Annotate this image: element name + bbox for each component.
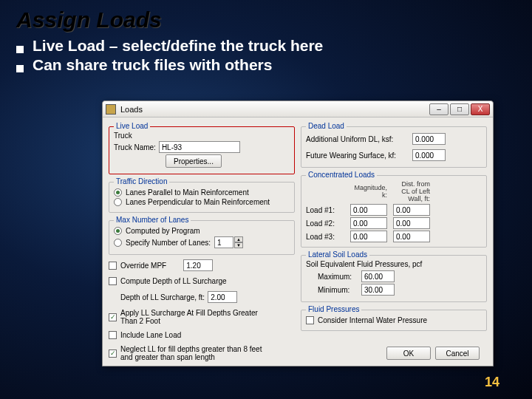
spinner-down-icon[interactable]: ▼ xyxy=(234,242,243,248)
properties-button[interactable]: Properties... xyxy=(166,154,222,168)
bullet-list: Live Load – select/define the truck here… xyxy=(16,37,532,74)
check-label: Consider Internal Water Pressure xyxy=(318,316,427,324)
magnitude-header: Magnitude, k: xyxy=(350,184,387,199)
radio-label: Specify Number of Lanes: xyxy=(126,239,211,247)
bullet-icon xyxy=(16,65,24,72)
apply-surcharge-check[interactable]: Apply LL Surcharge At Fill Depths Greate… xyxy=(109,309,295,325)
specify-lanes-radio[interactable]: Specify Number of Lanes: ▲▼ xyxy=(114,236,290,248)
addl-dl-label: Additional Uniform DL, ksf: xyxy=(306,135,409,143)
max-lanes-group: Max Number of Lanes Computed by Program … xyxy=(109,220,295,255)
bullet-icon xyxy=(16,46,24,53)
load1-label: Load #1: xyxy=(306,206,344,214)
radio-icon xyxy=(114,239,122,247)
titlebar[interactable]: Loads – □ X xyxy=(103,101,493,117)
computed-by-program-radio[interactable]: Computed by Program xyxy=(114,227,290,235)
compute-depth-check[interactable]: Compute Depth of LL Surcharge xyxy=(109,277,295,285)
lanes-spinner[interactable]: ▲▼ xyxy=(214,236,243,248)
radio-icon xyxy=(114,227,122,235)
truck-label: Truck xyxy=(114,132,290,140)
radio-label: Lanes Parallel to Main Reinforcement xyxy=(126,188,249,197)
checkbox-icon xyxy=(109,277,117,285)
spinner-up-icon[interactable]: ▲ xyxy=(234,236,243,242)
lanes-perpendicular-radio[interactable]: Lanes Perpendicular to Main Reinforcemen… xyxy=(114,198,290,206)
traffic-direction-group: Traffic Direction Lanes Parallel to Main… xyxy=(109,182,295,213)
cancel-button[interactable]: Cancel xyxy=(435,347,480,360)
close-button[interactable]: X xyxy=(471,103,490,115)
concentrated-loads-group: Concentrated Loads Magnitude, k: Dist. f… xyxy=(301,175,487,248)
distance-header: Dist. from CL of Left Wall, ft: xyxy=(393,180,430,202)
neglect-ll-check[interactable]: Neglect LL for fill depths greater than … xyxy=(109,345,295,361)
load1-dist-input[interactable] xyxy=(393,204,430,216)
bullet-text: Can share truck files with others xyxy=(33,56,272,74)
group-legend: Live Load xyxy=(114,122,150,130)
consider-water-check[interactable]: Consider Internal Water Pressure xyxy=(306,316,482,324)
checkbox-icon xyxy=(109,262,117,270)
bullet-item: Can share truck files with others xyxy=(16,56,532,74)
group-legend: Dead Load xyxy=(306,122,347,130)
lanes-parallel-radio[interactable]: Lanes Parallel to Main Reinforcement xyxy=(114,188,290,197)
override-mpf-check[interactable]: Override MPF xyxy=(109,259,295,271)
check-label: Override MPF xyxy=(120,262,166,270)
soil-sublabel: Soil Equivalent Fluid Pressures, pcf xyxy=(306,260,482,268)
group-legend: Lateral Soil Loads xyxy=(306,250,369,259)
right-column: Dead Load Additional Uniform DL, ksf: Fu… xyxy=(301,122,487,364)
live-load-group: Live Load Truck Truck Name: Properties..… xyxy=(109,126,295,174)
soil-max-label: Maximum: xyxy=(318,273,358,281)
load3-mag-input[interactable] xyxy=(350,231,387,242)
lanes-input[interactable] xyxy=(214,236,233,248)
radio-label: Computed by Program xyxy=(126,227,200,235)
window-title: Loads xyxy=(120,105,429,114)
dead-load-group: Dead Load Additional Uniform DL, ksf: Fu… xyxy=(301,126,487,168)
truck-name-label: Truck Name: xyxy=(114,143,156,151)
depth-label: Depth of LL Surcharge, ft: xyxy=(120,293,205,301)
soil-max-input[interactable] xyxy=(361,270,395,282)
loads-dialog: Loads – □ X Live Load Truck Truck Name: … xyxy=(102,100,494,366)
page-number: 14 xyxy=(485,375,499,390)
mpf-input[interactable] xyxy=(183,259,213,271)
load3-dist-input[interactable] xyxy=(393,231,430,242)
bullet-item: Live Load – select/define the truck here xyxy=(16,37,532,55)
load2-dist-input[interactable] xyxy=(393,217,430,229)
soil-min-label: Minimum: xyxy=(318,286,358,294)
group-legend: Max Number of Lanes xyxy=(114,216,191,224)
group-legend: Traffic Direction xyxy=(114,177,169,185)
maximize-button[interactable]: □ xyxy=(450,103,469,115)
radio-label: Lanes Perpendicular to Main Reinforcemen… xyxy=(126,198,270,206)
check-label: Neglect LL for fill depths greater than … xyxy=(120,345,276,361)
slide-title: Assign Loads xyxy=(16,7,532,33)
check-label: Include Lane Load xyxy=(120,331,181,339)
depth-input[interactable] xyxy=(208,291,237,303)
include-lane-load-check[interactable]: Include Lane Load xyxy=(109,331,295,339)
load2-mag-input[interactable] xyxy=(350,217,387,229)
check-label: Apply LL Surcharge At Fill Depths Greate… xyxy=(120,309,268,325)
app-icon xyxy=(106,104,116,115)
minimize-button[interactable]: – xyxy=(429,103,449,115)
load1-mag-input[interactable] xyxy=(350,204,387,216)
lateral-soil-group: Lateral Soil Loads Soil Equivalent Fluid… xyxy=(301,255,487,302)
checkbox-icon xyxy=(109,349,117,358)
fws-label: Future Wearing Surface, kf: xyxy=(306,151,409,160)
checkbox-icon xyxy=(109,313,117,321)
left-column: Live Load Truck Truck Name: Properties..… xyxy=(109,122,295,364)
soil-min-input[interactable] xyxy=(361,284,395,296)
truck-name-input[interactable] xyxy=(159,141,240,153)
checkbox-icon xyxy=(109,331,117,339)
fws-input[interactable] xyxy=(412,149,446,161)
bullet-text: Live Load – select/define the truck here xyxy=(33,37,323,55)
group-legend: Fluid Pressures xyxy=(306,305,361,313)
check-label: Compute Depth of LL Surcharge xyxy=(120,277,227,285)
radio-icon xyxy=(114,188,122,197)
addl-dl-input[interactable] xyxy=(412,133,446,145)
checkbox-icon xyxy=(306,316,314,324)
ok-button[interactable]: OK xyxy=(386,347,431,360)
load2-label: Load #2: xyxy=(306,219,344,228)
group-legend: Concentrated Loads xyxy=(306,171,377,179)
fluid-pressures-group: Fluid Pressures Consider Internal Water … xyxy=(301,310,487,331)
load3-label: Load #3: xyxy=(306,233,344,241)
radio-icon xyxy=(114,198,122,206)
